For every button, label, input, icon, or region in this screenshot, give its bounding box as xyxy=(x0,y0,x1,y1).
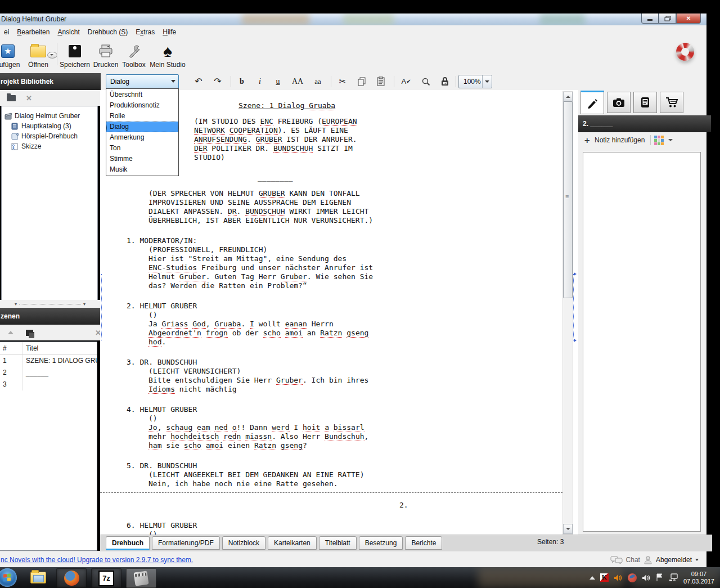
script-block-paren[interactable]: (LEICHT VERUNSICHERT) xyxy=(148,367,562,376)
script-block-note[interactable]: (DER SPRECHER VON HELMUT GRUBER KANN DEN… xyxy=(148,189,562,225)
lock-button[interactable] xyxy=(436,74,453,88)
script-block-dialog[interactable]: Jo, schaug eam ned o!! Dann werd I hoit … xyxy=(148,423,562,450)
note-text-area[interactable] xyxy=(583,152,701,532)
tree-item-hoerspiel-drehbuch[interactable]: Hörspiel-Drehbuch xyxy=(2,131,97,141)
style-option[interactable]: Ton xyxy=(106,143,178,154)
save-button[interactable]: Speichern xyxy=(58,41,91,69)
tab-pen[interactable] xyxy=(580,91,604,114)
action-center-flag-icon[interactable] xyxy=(656,573,664,582)
cut-button[interactable]: ✂ xyxy=(334,74,351,88)
scene-row[interactable]: 3 xyxy=(0,379,97,390)
script-block-heading[interactable]: Szene: 1 Dialog Gruaba xyxy=(238,101,562,110)
menu-extras[interactable]: Extras xyxy=(132,26,159,38)
print-button[interactable]: Drucken xyxy=(92,41,119,69)
tab-cart[interactable] xyxy=(660,92,683,113)
style-option[interactable]: Überschrift xyxy=(106,89,178,100)
scene-row[interactable]: 2______ xyxy=(0,367,97,379)
lifebuoy-help-icon[interactable] xyxy=(676,43,694,61)
script-block-cue[interactable]: 1. MODERATOR/IN: xyxy=(127,236,562,245)
script-block-dialog[interactable]: Nein, ich habe noch nie eine Ratte geseh… xyxy=(148,479,562,488)
ccleaner-icon[interactable] xyxy=(628,573,637,582)
upgrade-link[interactable]: nc Novels with the cloud! Upgrade to ver… xyxy=(0,556,193,564)
menu-hilfe[interactable]: Hilfe xyxy=(159,26,180,38)
undo-button[interactable]: ↶ xyxy=(190,74,207,88)
script-block-dialog[interactable]: Hier ist "Streit am Mittag", eine Sendun… xyxy=(148,254,562,290)
menu-drehbuch[interactable]: Drehbuch (S) xyxy=(84,26,132,38)
style-option[interactable]: Produktionsnotiz xyxy=(106,100,178,111)
script-block-dialog[interactable]: Ja Griass God, Gruaba. I wollt eanan Her… xyxy=(148,320,562,347)
kaspersky-icon[interactable]: K xyxy=(600,573,609,582)
move-up-icon[interactable] xyxy=(8,331,14,334)
menu-bearbeiten[interactable]: Bearbeiten xyxy=(13,26,53,38)
account-label[interactable]: Abgemeldet xyxy=(656,556,692,564)
view-tab-besetzung[interactable]: Besetzung xyxy=(359,536,403,550)
chat-icon[interactable] xyxy=(610,556,623,564)
paste-button[interactable] xyxy=(372,74,389,88)
zoom-dropdown[interactable]: 100% xyxy=(458,75,492,88)
script-block-pagebreak[interactable] xyxy=(100,492,562,493)
view-tab-formatierung-pdf[interactable]: Formatierung/PDF xyxy=(152,536,220,550)
menu-ansicht[interactable]: Ansicht xyxy=(53,26,83,38)
taskbar-7zip-button[interactable]: 7z xyxy=(91,568,122,588)
script-block-action[interactable]: (IM STUDIO DES ENC FREIBURG (EUROPEANNET… xyxy=(194,117,562,162)
scroll-up-button[interactable] xyxy=(563,92,573,102)
script-block-cue[interactable]: 3. DR. BUNDSCHUH xyxy=(127,358,562,367)
spellcheck-button[interactable]: A✔ xyxy=(397,74,415,88)
close-button[interactable]: ✕ xyxy=(676,14,701,24)
script-block-hrline[interactable]: ________ xyxy=(258,173,562,182)
restore-button[interactable] xyxy=(659,14,676,24)
add-note-button[interactable]: Notiz hinzufügen xyxy=(595,136,645,144)
view-tab-titelblatt[interactable]: Titelblatt xyxy=(319,536,357,550)
clock[interactable]: 09:0707.03.2017 xyxy=(683,571,717,585)
italic-button[interactable]: i xyxy=(252,74,268,88)
chat-label[interactable]: Chat xyxy=(626,556,640,564)
chevron-down-icon[interactable] xyxy=(695,559,699,561)
taskbar-drehbuch-app-button[interactable] xyxy=(126,568,156,588)
panel-splitter[interactable]: ▾ ▾ xyxy=(0,300,100,308)
style-option[interactable]: Musik xyxy=(106,164,178,175)
scene-row[interactable]: 1SZENE: 1 DIALOG GRU... xyxy=(0,355,97,367)
mein-studio-button[interactable]: ♠ Mein Studio xyxy=(148,41,187,69)
script-block-pagenum[interactable]: 2. xyxy=(399,501,562,510)
script-block-paren[interactable]: (LEICHT ANGEEKELT BEI DEM GEDANKEN AN EI… xyxy=(148,470,562,479)
script-block-cue[interactable]: 2. HELMUT GRUBER xyxy=(127,302,562,311)
menu-datei[interactable]: ei xyxy=(0,26,13,38)
redo-button[interactable]: ↷ xyxy=(209,74,226,88)
script-block-cue[interactable]: 5. DR. BUNDSCHUH xyxy=(127,461,562,470)
script-block-paren[interactable]: () xyxy=(148,414,562,423)
view-tab-berichte[interactable]: Berichte xyxy=(405,536,442,550)
scrollbar-thumb[interactable] xyxy=(563,101,573,298)
open-dropdown-button[interactable] xyxy=(47,52,57,59)
script-block-paren[interactable]: () xyxy=(148,311,562,320)
tree-item-hauptkatalog[interactable]: Hauptkatalog (3) xyxy=(2,121,97,131)
network-icon[interactable] xyxy=(669,573,678,582)
chevron-down-icon[interactable] xyxy=(668,139,673,141)
tree-item-project[interactable]: Dialog Helmut Gruber xyxy=(2,111,97,121)
script-block-paren[interactable]: (PROFESSIONELL, FREUNDLICH) xyxy=(148,245,562,254)
style-option[interactable]: Stimme xyxy=(106,154,178,164)
copy-button[interactable] xyxy=(353,74,370,88)
minimize-button[interactable] xyxy=(641,14,659,24)
cards-icon[interactable] xyxy=(26,330,33,336)
script-block-cue[interactable]: 6. HELMUT GRUBER xyxy=(127,521,562,530)
view-tab-notizblock[interactable]: Notizblock xyxy=(222,536,266,550)
style-option[interactable]: Anmerkung xyxy=(106,132,178,143)
vertical-scrollbar[interactable] xyxy=(562,91,573,535)
speaker-icon[interactable] xyxy=(642,574,651,582)
style-option[interactable]: Dialog xyxy=(106,122,178,132)
view-tab-karteikarten[interactable]: Karteikarten xyxy=(268,536,317,550)
color-grid-icon[interactable] xyxy=(654,136,664,145)
volume-mixer-icon[interactable] xyxy=(614,574,623,582)
style-option[interactable]: Rolle xyxy=(106,111,178,122)
close-icon[interactable]: ✕ xyxy=(26,94,32,102)
start-button[interactable] xyxy=(0,568,17,587)
script-block-dialog[interactable]: Bitte entschuldigen Sie Herr Gruber. Ich… xyxy=(148,376,562,394)
script-block-paren[interactable]: () xyxy=(148,530,562,535)
show-hidden-icons[interactable] xyxy=(590,576,595,580)
tree-item-skizze[interactable]: Skizze xyxy=(2,141,97,151)
view-tab-drehbuch[interactable]: Drehbuch xyxy=(106,536,150,550)
tab-notes[interactable] xyxy=(633,92,657,113)
uppercase-button[interactable]: AA xyxy=(288,74,307,88)
scroll-down-button[interactable] xyxy=(563,524,573,534)
tab-camera[interactable] xyxy=(607,92,631,113)
